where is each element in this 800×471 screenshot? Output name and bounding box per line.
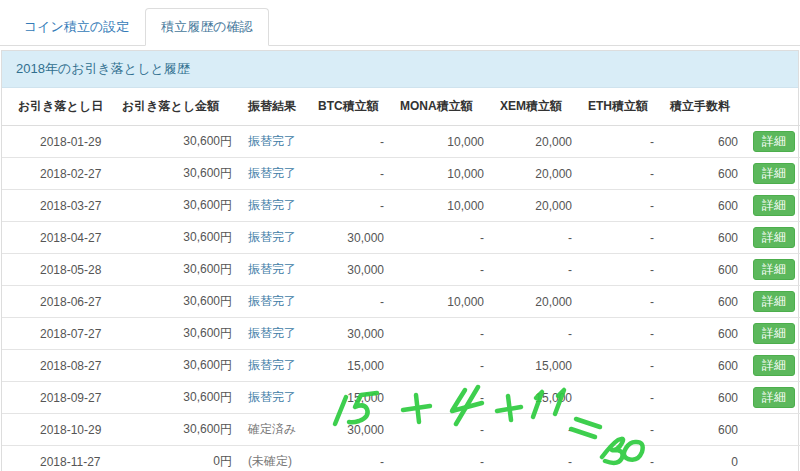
transfer-result[interactable]: 振替完了 [248, 294, 296, 308]
btc-amount: 30,000 [347, 231, 384, 245]
eth-amount: - [650, 263, 654, 277]
xem-amount: - [568, 327, 572, 341]
detail-button[interactable]: 詳細 [753, 387, 795, 409]
detail-button[interactable]: 詳細 [753, 195, 795, 217]
xem-amount: 15,000 [535, 391, 572, 405]
transfer-result: 確定済み [248, 422, 296, 436]
btc-amount: 30,000 [347, 423, 384, 437]
xem-amount: 20,000 [535, 135, 572, 149]
table-row: 2018-09-27 30,600円 振替完了 15,000 - 15,000 … [2, 382, 800, 414]
btc-amount: 30,000 [347, 263, 384, 277]
mona-amount: 10,000 [447, 135, 484, 149]
eth-amount: - [650, 359, 654, 373]
table-header-row: お引き落とし日 お引き落とし金額 振替結果 BTC積立額 MONA積立額 XEM… [2, 88, 800, 126]
withdrawal-date: 2018-05-28 [40, 263, 101, 277]
fee-amount: 600 [718, 359, 738, 373]
mona-amount: - [480, 455, 484, 469]
xem-amount: 20,000 [535, 295, 572, 309]
detail-button[interactable]: 詳細 [753, 291, 795, 313]
transfer-result[interactable]: 振替完了 [248, 134, 296, 148]
detail-button[interactable]: 詳細 [753, 323, 795, 345]
fee-amount: 600 [718, 295, 738, 309]
transfer-result: (未確定) [248, 454, 292, 468]
withdrawal-amount: 30,600円 [183, 166, 232, 180]
withdrawal-amount: 30,600円 [183, 390, 232, 404]
xem-amount: - [568, 231, 572, 245]
btc-amount: - [380, 167, 384, 181]
detail-button[interactable]: 詳細 [753, 227, 795, 249]
history-panel: 2018年のお引き落としと履歴 お引き落とし日 お引き落とし金額 振替結果 BT… [1, 50, 799, 471]
transfer-result[interactable]: 振替完了 [248, 166, 296, 180]
withdrawal-date: 2018-08-27 [40, 359, 101, 373]
withdrawal-date: 2018-06-27 [40, 295, 101, 309]
withdrawal-amount: 30,600円 [183, 326, 232, 340]
panel-heading: 2018年のお引き落としと履歴 [2, 51, 798, 88]
withdrawal-date: 2018-03-27 [40, 199, 101, 213]
fee-amount: 600 [718, 263, 738, 277]
xem-amount: - [568, 423, 572, 437]
transfer-result[interactable]: 振替完了 [248, 358, 296, 372]
column-header-btc: BTC積立額 [310, 88, 392, 126]
table-row: 2018-08-27 30,600円 振替完了 15,000 - 15,000 … [2, 350, 800, 382]
eth-amount: - [650, 231, 654, 245]
transfer-result[interactable]: 振替完了 [248, 390, 296, 404]
eth-amount: - [650, 327, 654, 341]
transfer-result[interactable]: 振替完了 [248, 262, 296, 276]
withdrawal-amount: 30,600円 [183, 422, 232, 436]
fee-amount: 600 [718, 135, 738, 149]
table-row: 2018-07-27 30,600円 振替完了 30,000 - - - 600… [2, 318, 800, 350]
detail-button[interactable]: 詳細 [753, 131, 795, 153]
column-header-action [746, 88, 800, 126]
table-row: 2018-11-27 0円 (未確定) - - - - 0 [2, 446, 800, 471]
withdrawal-date: 2018-09-27 [40, 391, 101, 405]
tab-coin-accumulation-settings[interactable]: コイン積立の設定 [8, 8, 145, 46]
withdrawal-amount: 30,600円 [183, 230, 232, 244]
detail-button[interactable]: 詳細 [753, 259, 795, 281]
eth-amount: - [650, 423, 654, 437]
btc-amount: 15,000 [347, 391, 384, 405]
withdrawal-amount: 0円 [213, 454, 232, 468]
column-header-mona: MONA積立額 [392, 88, 492, 126]
table-row: 2018-06-27 30,600円 振替完了 - 10,000 20,000 … [2, 286, 800, 318]
table-row: 2018-02-27 30,600円 振替完了 - 10,000 20,000 … [2, 158, 800, 190]
mona-amount: 10,000 [447, 199, 484, 213]
xem-amount: 15,000 [535, 359, 572, 373]
fee-amount: 600 [718, 423, 738, 437]
table-row: 2018-03-27 30,600円 振替完了 - 10,000 20,000 … [2, 190, 800, 222]
transfer-result[interactable]: 振替完了 [248, 230, 296, 244]
mona-amount: 10,000 [447, 167, 484, 181]
detail-button[interactable]: 詳細 [753, 163, 795, 185]
withdrawal-date: 2018-01-29 [40, 135, 101, 149]
eth-amount: - [650, 167, 654, 181]
transfer-result[interactable]: 振替完了 [248, 326, 296, 340]
fee-amount: 600 [718, 231, 738, 245]
table-row: 2018-10-29 30,600円 確定済み 30,000 - - - 600 [2, 414, 800, 446]
withdrawal-amount: 30,600円 [183, 262, 232, 276]
withdrawal-amount: 30,600円 [183, 358, 232, 372]
withdrawal-date: 2018-10-29 [40, 423, 101, 437]
eth-amount: - [650, 199, 654, 213]
withdrawal-date: 2018-07-27 [40, 327, 101, 341]
detail-button[interactable]: 詳細 [753, 355, 795, 377]
btc-amount: - [380, 455, 384, 469]
btc-amount: - [380, 295, 384, 309]
withdrawal-amount: 30,600円 [183, 198, 232, 212]
withdrawal-date: 2018-04-27 [40, 231, 101, 245]
history-table: お引き落とし日 お引き落とし金額 振替結果 BTC積立額 MONA積立額 XEM… [2, 88, 800, 471]
xem-amount: 20,000 [535, 199, 572, 213]
fee-amount: 600 [718, 327, 738, 341]
accumulation-history-page: { "tabs": [ { "label": "コイン積立の設定", "acti… [0, 0, 800, 471]
btc-amount: - [380, 199, 384, 213]
btc-amount: 15,000 [347, 359, 384, 373]
withdrawal-date: 2018-11-27 [40, 455, 101, 469]
tab-accumulation-history[interactable]: 積立履歴の確認 [145, 8, 268, 46]
eth-amount: - [650, 391, 654, 405]
fee-amount: 600 [718, 167, 738, 181]
table-row: 2018-04-27 30,600円 振替完了 30,000 - - - 600… [2, 222, 800, 254]
btc-amount: - [380, 135, 384, 149]
transfer-result[interactable]: 振替完了 [248, 198, 296, 212]
withdrawal-amount: 30,600円 [183, 294, 232, 308]
withdrawal-amount: 30,600円 [183, 134, 232, 148]
tab-bar: コイン積立の設定 積立履歴の確認 [0, 0, 800, 46]
mona-amount: - [480, 359, 484, 373]
